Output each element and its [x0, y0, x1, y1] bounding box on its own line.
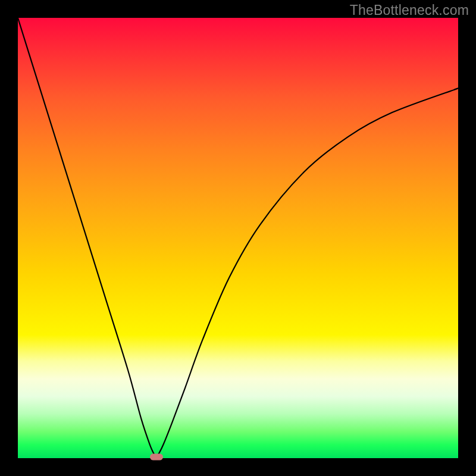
plot-area	[18, 18, 458, 458]
watermark-text: TheBottleneck.com	[350, 2, 469, 18]
curve-svg	[18, 18, 458, 458]
chart-container: TheBottleneck.com	[0, 0, 476, 476]
minimum-marker	[150, 454, 163, 461]
bottleneck-curve-path	[18, 18, 458, 458]
